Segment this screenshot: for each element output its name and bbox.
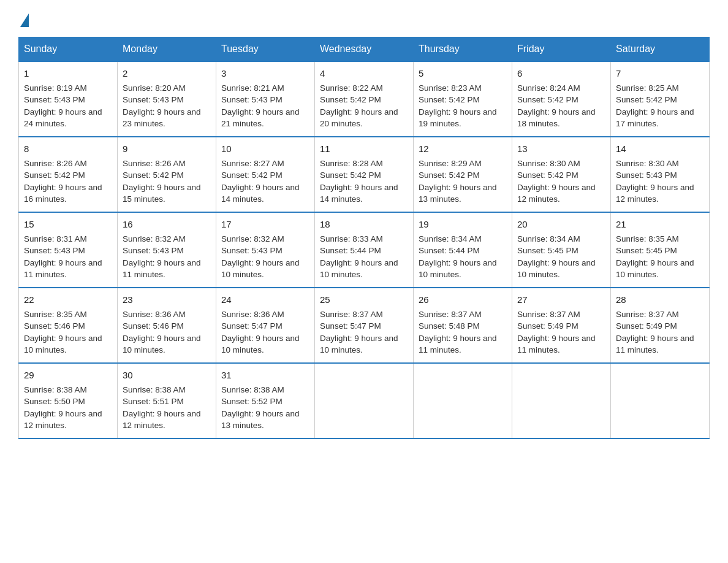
day-number: 23 (123, 293, 211, 307)
calendar-cell: 23Sunrise: 8:36 AMSunset: 5:46 PMDayligh… (118, 288, 216, 363)
day-number: 18 (320, 218, 408, 231)
calendar-cell: 27Sunrise: 8:37 AMSunset: 5:49 PMDayligh… (512, 288, 611, 363)
calendar-cell: 21Sunrise: 8:35 AMSunset: 5:45 PMDayligh… (611, 212, 710, 288)
calendar-cell: 20Sunrise: 8:34 AMSunset: 5:45 PMDayligh… (512, 212, 611, 288)
day-number: 2 (123, 67, 211, 80)
day-number: 8 (24, 142, 112, 156)
day-number: 11 (320, 142, 408, 156)
calendar-cell (315, 363, 414, 439)
calendar-cell: 10Sunrise: 8:27 AMSunset: 5:42 PMDayligh… (216, 137, 315, 212)
calendar-cell (611, 363, 710, 439)
day-number: 5 (419, 67, 507, 80)
calendar-cell: 19Sunrise: 8:34 AMSunset: 5:44 PMDayligh… (414, 212, 512, 288)
calendar-header-saturday: Saturday (611, 37, 710, 62)
calendar-cell: 11Sunrise: 8:28 AMSunset: 5:42 PMDayligh… (315, 137, 414, 212)
day-number: 15 (24, 218, 112, 231)
day-number: 29 (24, 369, 112, 382)
day-number: 21 (616, 218, 704, 231)
calendar-cell: 7Sunrise: 8:25 AMSunset: 5:42 PMDaylight… (611, 61, 710, 137)
calendar-cell: 25Sunrise: 8:37 AMSunset: 5:47 PMDayligh… (315, 288, 414, 363)
calendar-cell (414, 363, 512, 439)
calendar-cell: 1Sunrise: 8:19 AMSunset: 5:43 PMDaylight… (19, 61, 118, 137)
calendar-week-row: 29Sunrise: 8:38 AMSunset: 5:50 PMDayligh… (19, 363, 710, 439)
calendar-cell: 4Sunrise: 8:22 AMSunset: 5:42 PMDaylight… (315, 61, 414, 137)
calendar-cell: 16Sunrise: 8:32 AMSunset: 5:43 PMDayligh… (118, 212, 216, 288)
calendar-cell: 15Sunrise: 8:31 AMSunset: 5:43 PMDayligh… (19, 212, 118, 288)
calendar-cell (512, 363, 611, 439)
day-number: 28 (616, 293, 704, 307)
logo (18, 12, 29, 26)
calendar-week-row: 15Sunrise: 8:31 AMSunset: 5:43 PMDayligh… (19, 212, 710, 288)
calendar-header-sunday: Sunday (19, 37, 118, 62)
day-number: 30 (123, 369, 211, 382)
day-number: 4 (320, 67, 408, 80)
day-number: 27 (517, 293, 605, 307)
day-number: 20 (517, 218, 605, 231)
calendar-header-row: SundayMondayTuesdayWednesdayThursdayFrid… (19, 37, 710, 62)
logo-triangle-icon (20, 13, 29, 27)
calendar-cell: 29Sunrise: 8:38 AMSunset: 5:50 PMDayligh… (19, 363, 118, 439)
calendar-cell: 14Sunrise: 8:30 AMSunset: 5:43 PMDayligh… (611, 137, 710, 212)
calendar-header-thursday: Thursday (414, 37, 512, 62)
calendar-cell: 6Sunrise: 8:24 AMSunset: 5:42 PMDaylight… (512, 61, 611, 137)
day-number: 22 (24, 293, 112, 307)
day-number: 3 (221, 67, 309, 80)
calendar-cell: 26Sunrise: 8:37 AMSunset: 5:48 PMDayligh… (414, 288, 512, 363)
day-number: 1 (24, 67, 112, 80)
calendar-cell: 3Sunrise: 8:21 AMSunset: 5:43 PMDaylight… (216, 61, 315, 137)
calendar-header-monday: Monday (118, 37, 216, 62)
calendar-cell: 24Sunrise: 8:36 AMSunset: 5:47 PMDayligh… (216, 288, 315, 363)
day-number: 16 (123, 218, 211, 231)
calendar-cell: 31Sunrise: 8:38 AMSunset: 5:52 PMDayligh… (216, 363, 315, 439)
day-number: 26 (419, 293, 507, 307)
calendar-cell: 18Sunrise: 8:33 AMSunset: 5:44 PMDayligh… (315, 212, 414, 288)
day-number: 17 (221, 218, 309, 231)
calendar-cell: 12Sunrise: 8:29 AMSunset: 5:42 PMDayligh… (414, 137, 512, 212)
day-number: 10 (221, 142, 309, 156)
calendar-header-friday: Friday (512, 37, 611, 62)
calendar-cell: 13Sunrise: 8:30 AMSunset: 5:42 PMDayligh… (512, 137, 611, 212)
calendar-header-wednesday: Wednesday (315, 37, 414, 62)
calendar-cell: 8Sunrise: 8:26 AMSunset: 5:42 PMDaylight… (19, 137, 118, 212)
day-number: 24 (221, 293, 309, 307)
day-number: 13 (517, 142, 605, 156)
page-header (18, 12, 710, 26)
calendar-cell: 2Sunrise: 8:20 AMSunset: 5:43 PMDaylight… (118, 61, 216, 137)
day-number: 14 (616, 142, 704, 156)
calendar-week-row: 8Sunrise: 8:26 AMSunset: 5:42 PMDaylight… (19, 137, 710, 212)
calendar-cell: 22Sunrise: 8:35 AMSunset: 5:46 PMDayligh… (19, 288, 118, 363)
calendar-week-row: 22Sunrise: 8:35 AMSunset: 5:46 PMDayligh… (19, 288, 710, 363)
calendar-week-row: 1Sunrise: 8:19 AMSunset: 5:43 PMDaylight… (19, 61, 710, 137)
day-number: 7 (616, 67, 704, 80)
day-number: 9 (123, 142, 211, 156)
day-number: 25 (320, 293, 408, 307)
day-number: 12 (419, 142, 507, 156)
calendar-cell: 28Sunrise: 8:37 AMSunset: 5:49 PMDayligh… (611, 288, 710, 363)
calendar-cell: 5Sunrise: 8:23 AMSunset: 5:42 PMDaylight… (414, 61, 512, 137)
calendar-table: SundayMondayTuesdayWednesdayThursdayFrid… (18, 37, 710, 439)
calendar-cell: 17Sunrise: 8:32 AMSunset: 5:43 PMDayligh… (216, 212, 315, 288)
day-number: 6 (517, 67, 605, 80)
calendar-cell: 30Sunrise: 8:38 AMSunset: 5:51 PMDayligh… (118, 363, 216, 439)
day-number: 31 (221, 369, 309, 382)
day-number: 19 (419, 218, 507, 231)
calendar-header-tuesday: Tuesday (216, 37, 315, 62)
calendar-cell: 9Sunrise: 8:26 AMSunset: 5:42 PMDaylight… (118, 137, 216, 212)
